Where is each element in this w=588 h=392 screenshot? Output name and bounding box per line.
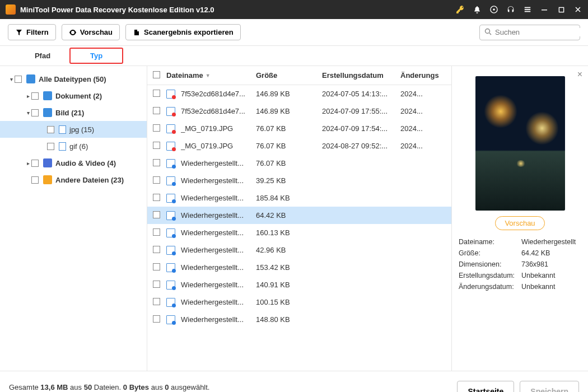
checkbox[interactable] bbox=[153, 298, 160, 305]
menu-icon[interactable] bbox=[523, 5, 532, 14]
meta-val: Unbekannt bbox=[521, 272, 555, 279]
checkbox[interactable] bbox=[153, 176, 160, 184]
tree-other[interactable]: Andere Dateien (23) bbox=[0, 171, 147, 188]
checkbox[interactable] bbox=[153, 142, 160, 149]
meta-key: Änderungsdatum: bbox=[459, 283, 521, 291]
file-row[interactable]: _MG_0719.JPG76.07 KB2024-08-27 09:52:...… bbox=[147, 137, 451, 155]
meta-key: Erstellungsdatum: bbox=[459, 272, 521, 279]
file-row[interactable]: _MG_0719.JPG76.07 KB2024-07-09 17:54:...… bbox=[147, 120, 451, 137]
file-row[interactable]: Wiederhergestellt...42.96 KB bbox=[147, 241, 451, 259]
file-size: 153.42 KB bbox=[256, 263, 322, 272]
toolbar: Filtern Vorschau Scanergebnis exportiere… bbox=[0, 19, 588, 46]
tree-document[interactable]: ▸Dokument (2) bbox=[0, 87, 147, 104]
home-button[interactable]: Startseite bbox=[457, 381, 514, 393]
document-icon bbox=[43, 91, 52, 100]
search-input[interactable] bbox=[479, 25, 580, 40]
headset-icon[interactable] bbox=[506, 5, 515, 14]
file-size: 146.89 KB bbox=[256, 107, 322, 115]
tree-av[interactable]: ▸Audio & Video (4) bbox=[0, 155, 147, 171]
col-created[interactable]: Erstellungsdatum bbox=[322, 71, 400, 80]
file-row[interactable]: Wiederhergestellt...39.25 KB bbox=[147, 172, 451, 189]
app-title: MiniTool Power Data Recovery Kostenlose … bbox=[20, 6, 456, 14]
file-row[interactable]: Wiederhergestellt...148.80 KB bbox=[147, 311, 451, 328]
save-button[interactable]: Speichern bbox=[520, 381, 579, 393]
checkbox[interactable] bbox=[15, 76, 22, 83]
checkbox[interactable] bbox=[153, 315, 160, 323]
eye-icon bbox=[69, 29, 77, 36]
svg-point-1 bbox=[493, 8, 495, 11]
file-row[interactable]: 7f53e2cd681d4e7...146.89 KB2024-07-09 17… bbox=[147, 102, 451, 120]
checkbox[interactable] bbox=[31, 160, 39, 167]
checkbox[interactable] bbox=[31, 109, 39, 116]
checkbox-all[interactable] bbox=[153, 71, 160, 78]
file-name: 7f53e2cd681d4e7... bbox=[181, 107, 256, 115]
tab-type[interactable]: Typ bbox=[69, 48, 123, 64]
checkbox[interactable] bbox=[31, 92, 39, 100]
file-icon bbox=[166, 142, 175, 151]
close-icon[interactable] bbox=[573, 5, 582, 14]
sort-desc-icon: ▼ bbox=[206, 73, 211, 78]
file-row[interactable]: Wiederhergestellt...185.84 KB bbox=[147, 189, 451, 207]
bell-icon[interactable] bbox=[473, 5, 482, 14]
file-row[interactable]: Wiederhergestellt...140.91 KB bbox=[147, 276, 451, 293]
checkbox[interactable] bbox=[153, 159, 160, 166]
checkbox[interactable] bbox=[153, 107, 160, 114]
checkbox[interactable] bbox=[153, 194, 160, 201]
preview-panel: × Vorschau Dateiname:Wiederhergestellt G… bbox=[451, 66, 588, 371]
export-button[interactable]: Scanergebnis exportieren bbox=[125, 24, 241, 40]
maximize-icon[interactable] bbox=[557, 5, 566, 14]
checkbox[interactable] bbox=[153, 124, 160, 132]
checkbox[interactable] bbox=[153, 281, 160, 288]
footer: Gesamte 13,6 MB aus 50 Dateien. 0 Bytes … bbox=[0, 371, 588, 392]
file-created: 2024-07-09 17:55:... bbox=[322, 107, 400, 115]
col-name[interactable]: Dateiname ▼ bbox=[166, 71, 256, 80]
checkbox[interactable] bbox=[31, 176, 39, 184]
minimize-icon[interactable] bbox=[540, 5, 549, 14]
file-row[interactable]: Wiederhergestellt...160.13 KB bbox=[147, 224, 451, 241]
file-size: 185.84 KB bbox=[256, 194, 322, 202]
file-name: Wiederhergestellt... bbox=[181, 176, 256, 185]
tree-all[interactable]: ▾Alle Dateitypen (50) bbox=[0, 71, 147, 87]
tree-image[interactable]: ▾Bild (21) bbox=[0, 104, 147, 121]
file-icon bbox=[59, 125, 66, 134]
preview-button[interactable]: Vorschau bbox=[62, 24, 120, 40]
tree-label: jpg (15) bbox=[69, 125, 94, 134]
checkbox[interactable] bbox=[153, 246, 160, 253]
file-row[interactable]: Wiederhergestellt...76.07 KB bbox=[147, 155, 451, 172]
disc-icon[interactable] bbox=[489, 5, 498, 14]
file-size: 42.96 KB bbox=[256, 246, 322, 254]
checkbox[interactable] bbox=[47, 126, 54, 133]
file-size: 64.42 KB bbox=[256, 211, 322, 220]
checkbox[interactable] bbox=[153, 263, 160, 270]
checkbox[interactable] bbox=[153, 211, 160, 218]
file-modified: 2024... bbox=[400, 124, 434, 133]
tree-gif[interactable]: gif (6) bbox=[0, 138, 147, 155]
checkbox[interactable] bbox=[153, 228, 160, 236]
file-row[interactable]: Wiederhergestellt...64.42 KB bbox=[147, 207, 451, 224]
file-row[interactable]: Wiederhergestellt...100.15 KB bbox=[147, 293, 451, 311]
file-row[interactable]: 7f53e2cd681d4e7...146.89 KB2024-07-05 14… bbox=[147, 85, 451, 102]
preview-open-button[interactable]: Vorschau bbox=[495, 216, 544, 230]
meta-val: 64.42 KB bbox=[521, 249, 550, 257]
chevron-down-icon: ▾ bbox=[8, 76, 15, 82]
search-field[interactable] bbox=[495, 28, 588, 36]
file-name: Wiederhergestellt... bbox=[181, 298, 256, 306]
file-icon bbox=[166, 194, 175, 203]
svg-point-7 bbox=[486, 29, 490, 33]
meta-val: Unbekannt bbox=[521, 283, 555, 291]
meta-val: Wiederhergestellt bbox=[521, 238, 576, 246]
file-modified: 2024... bbox=[400, 107, 434, 115]
file-row[interactable]: Wiederhergestellt...153.42 KB bbox=[147, 259, 451, 276]
filter-button[interactable]: Filtern bbox=[8, 24, 56, 40]
col-modified[interactable]: Änderungs bbox=[400, 71, 434, 80]
col-size[interactable]: Größe bbox=[256, 71, 322, 80]
checkbox[interactable] bbox=[47, 143, 54, 150]
file-icon bbox=[166, 281, 175, 290]
key-icon[interactable] bbox=[456, 5, 465, 14]
preview-label: Vorschau bbox=[80, 28, 113, 36]
close-preview-icon[interactable]: × bbox=[577, 69, 582, 80]
file-size: 160.13 KB bbox=[256, 228, 322, 237]
checkbox[interactable] bbox=[153, 90, 160, 97]
tab-path[interactable]: Pfad bbox=[16, 46, 69, 66]
tree-jpg[interactable]: jpg (15) bbox=[0, 121, 147, 138]
